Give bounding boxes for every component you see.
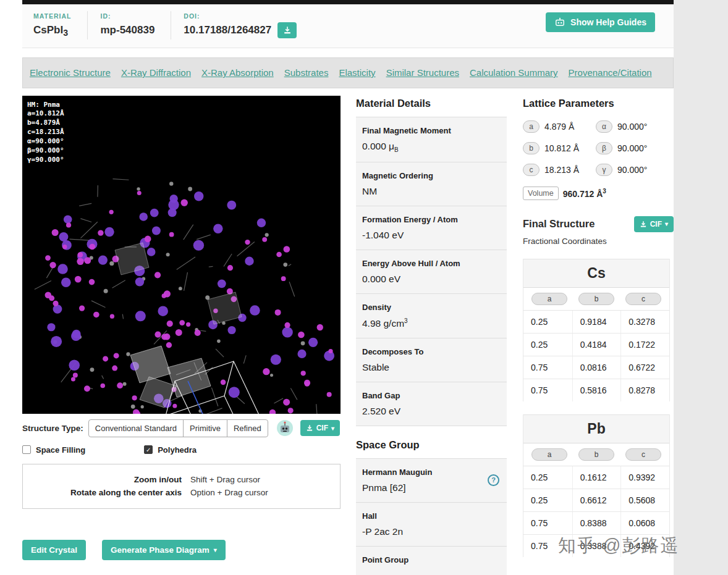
column-header-a: a	[531, 293, 567, 305]
column-header-row: a b c	[523, 288, 669, 311]
coord-cell: 0.75	[523, 356, 572, 379]
overlay-line: γ=90.000°	[27, 156, 64, 165]
nav-link-calculation-summary[interactable]: Calculation Summary	[470, 67, 558, 78]
material-id: mp-540839	[100, 24, 154, 36]
table-row: 0.25 0.4184 0.1722	[523, 333, 669, 356]
sg-point-group: Point Group	[356, 547, 507, 575]
lattice-param-beta: β 90.000°	[596, 142, 674, 154]
table-row: 0.25 0.1612 0.9392	[523, 466, 669, 489]
lattice-param-gamma: γ 90.000°	[596, 164, 674, 176]
coord-cell: 0.8388	[572, 512, 621, 534]
help-action: Zoom in/out	[36, 473, 182, 487]
volume-badge: Volume	[523, 187, 559, 200]
overlay-line: β=90.000°	[27, 146, 64, 156]
show-help-guides-button[interactable]: Show Help Guides	[546, 12, 655, 32]
detail-energy-above-hull: Energy Above Hull / Atom 0.000 eV	[356, 250, 507, 294]
coord-cell: 0.75	[523, 379, 572, 401]
help-question-icon[interactable]: ?	[488, 474, 499, 486]
doi-block: DOI: 10.17188/1264827	[171, 11, 313, 40]
nav-link-similar-structures[interactable]: Similar Structures	[386, 67, 459, 78]
lattice-param-a: a 4.879 Å	[523, 120, 596, 133]
detail-decomposes-to: Decomposes To Stable	[356, 338, 507, 382]
detail-label: Hall	[362, 511, 501, 521]
space-group-list: Hermann Mauguin Pnma [62] ? Hall -P 2ac …	[356, 458, 507, 575]
detail-label: Decomposes To	[362, 347, 501, 356]
space-filling-checkbox[interactable]: Space Filling	[22, 445, 85, 455]
param-badge: c	[523, 164, 540, 176]
section-nav: Electronic StructureX-Ray DiffractionX-R…	[22, 57, 674, 88]
coord-cell: 0.5608	[620, 489, 669, 511]
volume-value: 960.712 Å3	[563, 188, 606, 199]
coord-cell: 0.25	[523, 466, 572, 489]
edit-crystal-button[interactable]: Edit Crystal	[22, 540, 86, 560]
coord-cell: 0.1722	[620, 334, 669, 356]
nav-link-xray-absorption[interactable]: X-Ray Absorption	[201, 67, 274, 78]
cif-label: CIF	[316, 424, 328, 432]
checkbox-unchecked-icon[interactable]	[22, 445, 31, 454]
checkbox-checked-icon[interactable]: ✓	[144, 445, 153, 454]
column-header-c: c	[625, 448, 661, 461]
viewer-help-box: Zoom in/out Shift + Drag cursor Rotate a…	[22, 464, 341, 509]
structure-type-primitive[interactable]: Primitive	[183, 419, 227, 437]
table-row: 0.25 0.6612 0.5608	[523, 489, 669, 511]
detail-label: Point Group	[362, 555, 501, 565]
nav-link-provenance-citation[interactable]: Provenance/Citation	[569, 67, 652, 78]
column-header-c: c	[625, 293, 661, 305]
table-row: 0.75 0.5816 0.8278	[523, 379, 669, 401]
detail-label: Formation Energy / Atom	[362, 215, 501, 224]
nav-link-xray-diffraction[interactable]: X-Ray Diffraction	[121, 67, 191, 78]
detail-label: Band Gap	[362, 391, 501, 400]
column-header-b: b	[578, 293, 614, 305]
doi-download-button[interactable]	[277, 22, 297, 38]
coord-cell: 0.1612	[572, 466, 621, 489]
detail-formation-energy: Formation Energy / Atom -1.040 eV	[356, 206, 507, 250]
material-details-list: Final Magnetic Moment 0.000 μB Magnetic …	[356, 117, 507, 426]
param-badge: α	[596, 120, 612, 133]
generate-phase-diagram-button[interactable]: Generate Phase Diagram ▾	[102, 540, 226, 560]
structure-cif-download-button[interactable]: CIF ▾	[634, 216, 674, 232]
edit-crystal-label: Edit Crystal	[31, 545, 77, 555]
doi-label: DOI:	[184, 12, 297, 20]
nav-link-electronic-structure[interactable]: Electronic Structure	[30, 67, 111, 78]
detail-label: Magnetic Ordering	[362, 171, 501, 180]
structure-type-label: Structure Type:	[22, 424, 83, 433]
structure-type-conventional-standard[interactable]: Conventional Standard	[88, 419, 184, 437]
coord-cell: 0.6722	[620, 356, 669, 379]
detail-value: Stable	[362, 362, 501, 373]
lattice-param-c: c 18.213 Å	[523, 164, 596, 176]
overlay-line: b=4.879Å	[27, 119, 64, 128]
download-icon	[640, 220, 647, 228]
detail-final-magnetic-moment: Final Magnetic Moment 0.000 μB	[356, 117, 507, 162]
download-icon	[283, 26, 292, 35]
viewer-cif-download-button[interactable]: CIF ▾	[300, 420, 340, 436]
fractional-coordinates-label: Fractional Coordinates	[523, 237, 674, 246]
crystal-structure-viewer[interactable]: a b 0 HM: Pnma a=10.812Å b=4.879Å c=18.2…	[22, 96, 341, 414]
lattice-parameters-title: Lattice Parameters	[523, 96, 674, 117]
polyhedra-checkbox[interactable]: ✓ Polyhedra	[144, 445, 197, 455]
coord-cell: 0.0816	[572, 356, 621, 379]
coord-cell: 0.3278	[620, 311, 669, 333]
detail-label: Energy Above Hull / Atom	[362, 259, 501, 268]
nav-link-substrates[interactable]: Substrates	[284, 67, 329, 78]
lattice-param-alpha: α 90.000°	[596, 120, 674, 133]
detail-value: Pnma [62]	[362, 482, 501, 493]
caret-down-icon: ▾	[665, 220, 668, 227]
robot-icon	[554, 17, 565, 27]
nav-link-elasticity[interactable]: Elasticity	[339, 67, 375, 78]
table-row: 0.25 0.9184 0.3278	[523, 311, 669, 333]
detail-value: -1.040 eV	[362, 230, 501, 241]
detail-value: 4.98 g/cm3	[362, 317, 501, 329]
robot-icon[interactable]	[276, 419, 294, 437]
param-value: 4.879 Å	[544, 122, 574, 132]
param-badge: a	[523, 120, 540, 133]
column-header-row: a b c	[523, 443, 669, 466]
coord-cell: 0.25	[523, 311, 572, 333]
structure-type-refined[interactable]: Refined	[227, 419, 268, 437]
final-structure-title: Final Structure	[523, 218, 595, 230]
material-details-title: Material Details	[356, 96, 507, 117]
param-value: 90.000°	[617, 143, 647, 153]
lattice-param-b: b 10.812 Å	[523, 142, 596, 154]
help-gesture: Shift + Drag cursor	[190, 473, 326, 487]
generate-phase-diagram-label: Generate Phase Diagram	[111, 545, 210, 555]
detail-value: 2.520 eV	[362, 406, 501, 417]
